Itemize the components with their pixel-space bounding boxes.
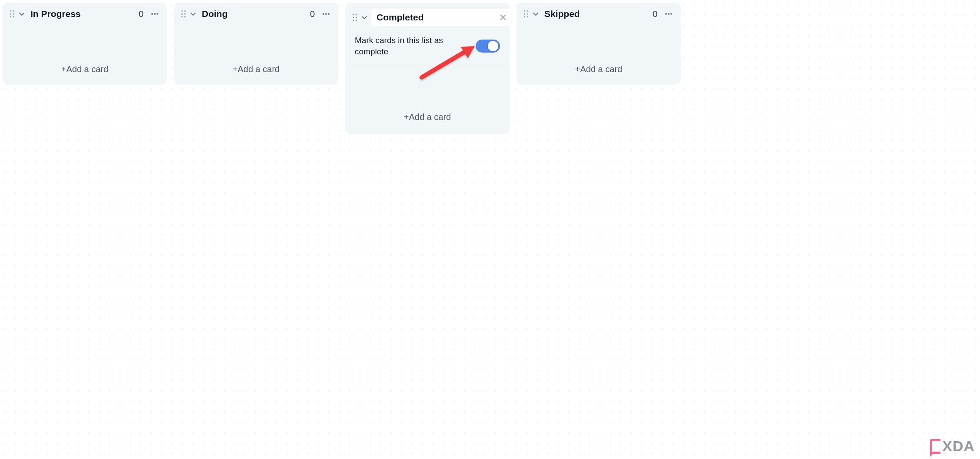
svg-point-31 — [668, 13, 670, 15]
mark-complete-toggle[interactable] — [476, 40, 500, 53]
card-count: 0 — [136, 9, 146, 19]
list-header: Skipped 0 — [517, 3, 681, 23]
svg-point-4 — [10, 16, 11, 17]
list-skipped: Skipped 0 +Add a card — [517, 3, 681, 85]
add-card-button[interactable]: +Add a card — [3, 23, 167, 77]
close-icon[interactable] — [499, 13, 507, 22]
more-icon[interactable] — [663, 9, 674, 19]
watermark: XDA — [930, 438, 975, 455]
drag-handle-icon[interactable] — [10, 10, 15, 18]
chevron-down-icon[interactable] — [190, 10, 197, 17]
svg-point-1 — [13, 10, 14, 12]
svg-point-13 — [181, 16, 183, 17]
add-card-button[interactable]: +Add a card — [174, 23, 338, 77]
chevron-down-icon[interactable] — [532, 10, 539, 17]
svg-point-0 — [10, 10, 11, 12]
svg-point-24 — [524, 10, 525, 12]
list-title-input[interactable] — [371, 9, 495, 26]
svg-point-20 — [353, 17, 354, 18]
list-in-progress: In Progress 0 +Add a card — [3, 3, 167, 85]
list-title-edit-wrap — [371, 9, 512, 26]
list-title[interactable]: Doing — [200, 9, 304, 19]
svg-point-2 — [10, 13, 11, 14]
list-completed: Mark cards in this list as complete +Add… — [345, 3, 510, 134]
svg-point-30 — [665, 13, 667, 15]
svg-point-12 — [184, 13, 186, 14]
svg-point-17 — [328, 13, 330, 15]
svg-point-5 — [13, 16, 14, 17]
mark-complete-label: Mark cards in this list as complete — [355, 35, 455, 57]
chevron-down-icon[interactable] — [361, 14, 368, 21]
add-card-button[interactable]: +Add a card — [345, 65, 510, 125]
toggle-knob — [488, 41, 498, 51]
svg-point-19 — [356, 14, 357, 15]
svg-point-28 — [524, 16, 525, 17]
card-count: 0 — [307, 9, 317, 19]
svg-point-14 — [184, 16, 186, 17]
drag-handle-icon[interactable] — [523, 10, 529, 18]
svg-point-32 — [670, 13, 672, 15]
svg-point-29 — [527, 16, 528, 17]
svg-point-9 — [181, 10, 183, 12]
watermark-bracket-icon — [930, 439, 940, 454]
list-title[interactable]: In Progress — [29, 9, 133, 19]
svg-point-18 — [353, 14, 354, 15]
add-card-button[interactable]: +Add a card — [517, 23, 681, 77]
svg-point-27 — [527, 13, 528, 14]
svg-point-21 — [356, 17, 357, 18]
svg-point-15 — [323, 13, 324, 15]
list-title[interactable]: Skipped — [543, 9, 647, 19]
more-icon[interactable] — [321, 9, 331, 19]
svg-point-8 — [157, 13, 158, 15]
svg-point-23 — [356, 20, 357, 21]
svg-point-3 — [13, 13, 14, 14]
list-header: Doing 0 — [174, 3, 338, 23]
list-header — [345, 3, 510, 30]
drag-handle-icon[interactable] — [181, 10, 186, 18]
svg-point-25 — [527, 10, 528, 12]
svg-point-26 — [524, 13, 525, 14]
svg-point-16 — [325, 13, 327, 15]
svg-point-6 — [151, 13, 153, 15]
kanban-board: In Progress 0 +Add a card Doing 0 +Add a… — [3, 3, 977, 134]
list-doing: Doing 0 +Add a card — [174, 3, 338, 85]
watermark-text: XDA — [942, 438, 975, 455]
svg-point-11 — [181, 13, 183, 14]
more-icon[interactable] — [150, 9, 160, 19]
chevron-down-icon[interactable] — [18, 10, 25, 17]
list-header: In Progress 0 — [3, 3, 167, 23]
drag-handle-icon[interactable] — [352, 13, 357, 21]
svg-point-7 — [154, 13, 156, 15]
mark-complete-row: Mark cards in this list as complete — [345, 30, 510, 65]
svg-point-22 — [353, 20, 354, 21]
svg-point-10 — [184, 10, 186, 12]
card-count: 0 — [650, 9, 660, 19]
